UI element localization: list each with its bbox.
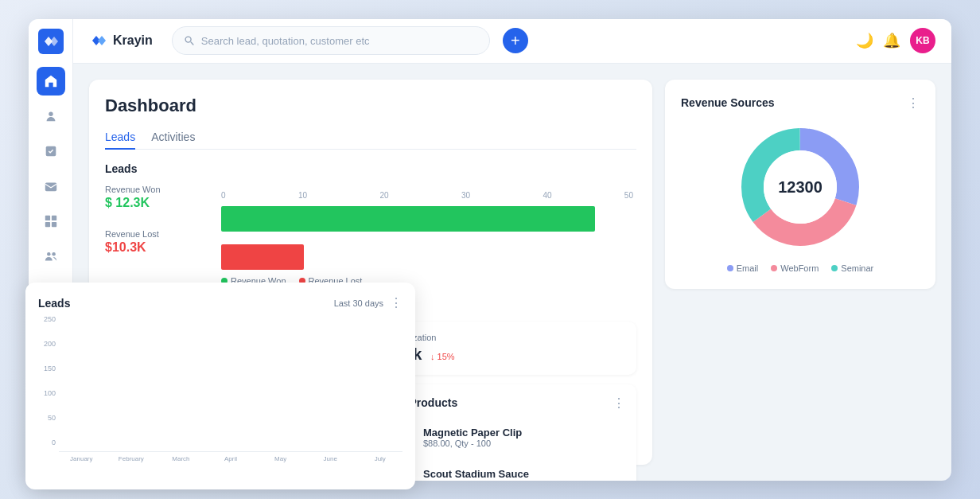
bar-label-5: June (308, 455, 353, 462)
topbar-actions: 🌙 🔔 KB (856, 28, 935, 53)
sidebar-item-contacts[interactable] (37, 102, 65, 131)
bar-lost (221, 244, 304, 270)
sidebar-item-products[interactable] (37, 207, 65, 236)
bar-chart-area: JanuaryFebruaryMarchAprilMayJuneJuly (59, 315, 402, 462)
floating-leads-period: Last 30 days (334, 298, 383, 308)
product-name-1: Scout Stadium Sauce (423, 468, 529, 480)
tab-activities[interactable]: Activities (151, 126, 195, 150)
app-logo[interactable] (38, 29, 64, 54)
sidebar-item-users[interactable] (37, 242, 65, 271)
legend-webform-label: WebForm (780, 263, 819, 273)
revenue-sources-title: Revenue Sources (681, 96, 775, 109)
theme-toggle-icon[interactable]: 🌙 (856, 32, 873, 49)
sidebar-item-dashboard[interactable] (37, 67, 65, 96)
revenue-sources-card: Revenue Sources ⋮ (665, 80, 935, 289)
svg-rect-7 (51, 221, 56, 226)
page-title: Dashboard (105, 96, 636, 116)
sidebar-item-tasks[interactable] (37, 137, 65, 166)
bar-label-4: May (258, 455, 303, 462)
tab-leads[interactable]: Leads (105, 126, 135, 150)
floating-leads-card: Leads Last 30 days ⋮ 250200150100500 Jan… (25, 283, 415, 489)
notifications-icon[interactable]: 🔔 (883, 32, 900, 49)
user-avatar[interactable]: KB (910, 28, 935, 53)
leads-section-title: Leads (105, 162, 636, 175)
product-name-0: Magnetic Paper Clip (423, 427, 522, 439)
search-placeholder: Search lead, quotation, customer etc (201, 35, 370, 47)
donut-container: 12300 (681, 123, 920, 251)
svg-point-13 (185, 37, 191, 42)
svg-point-8 (47, 252, 51, 256)
donut-center-value: 12300 (778, 177, 822, 196)
right-panel: Revenue Sources ⋮ (665, 80, 935, 465)
revenue-lost-value: $10.3K (105, 240, 208, 255)
bar-label-0: January (59, 455, 104, 462)
revenue-won-value: $ 12.3K (105, 196, 208, 210)
org-label: Organization (387, 333, 625, 342)
svg-rect-6 (45, 221, 49, 226)
product-info-1: Scout Stadium Sauce (423, 468, 529, 480)
legend-seminar-dot (831, 265, 838, 271)
donut-legend: Email WebForm Seminar (681, 263, 920, 273)
bar-won (221, 206, 595, 232)
legend-seminar-label: Seminar (841, 263, 873, 273)
topbar: Krayin Search lead, quotation, customer … (73, 19, 951, 64)
svg-rect-5 (51, 215, 56, 220)
legend-email-label: Email (737, 263, 759, 273)
bar-label-2: March (158, 455, 204, 462)
sidebar-item-mail[interactable] (37, 172, 65, 201)
svg-rect-4 (45, 215, 49, 220)
product-price-0: $88.00, Qty - 100 (423, 439, 522, 448)
legend-webform-dot (771, 265, 777, 271)
tabs: Leads Activities (105, 126, 636, 150)
add-button[interactable]: + (503, 28, 528, 53)
svg-point-9 (52, 252, 56, 256)
svg-point-1 (49, 111, 52, 115)
app-name: Krayin (113, 33, 153, 48)
svg-rect-3 (45, 182, 56, 191)
org-change: ↓ 15% (430, 352, 455, 361)
top-products-more-icon[interactable]: ⋮ (612, 396, 625, 411)
y-axis: 250200150100500 (38, 315, 56, 462)
topbar-logo: Krayin (89, 31, 153, 50)
floating-leads-title: Leads (38, 297, 70, 310)
bar-label-6: July (357, 455, 402, 462)
donut-chart: 12300 (737, 123, 864, 251)
product-item-0: 📎 Magnetic Paper Clip $88.00, Qty - 100 (387, 423, 625, 452)
revenue-lost-label: Revenue Lost (105, 229, 208, 239)
bar-label-1: February (109, 455, 154, 462)
product-item-1: 🍶 Scout Stadium Sauce (387, 460, 625, 481)
bar-label-3: April (208, 455, 254, 462)
revenue-won-label: Revenue Won (105, 185, 208, 194)
floating-leads-more-icon[interactable]: ⋮ (390, 295, 402, 310)
legend-email-dot (727, 265, 733, 271)
h-bar-tick-labels: 01020304050 (221, 191, 636, 200)
product-info-0: Magnetic Paper Clip $88.00, Qty - 100 (423, 427, 522, 448)
floating-leads-chart: 250200150100500 JanuaryFebruaryMarchApri… (38, 315, 402, 462)
search-icon (184, 35, 195, 46)
search-bar[interactable]: Search lead, quotation, customer etc (172, 26, 490, 55)
revenue-sources-more-icon[interactable]: ⋮ (907, 96, 920, 111)
